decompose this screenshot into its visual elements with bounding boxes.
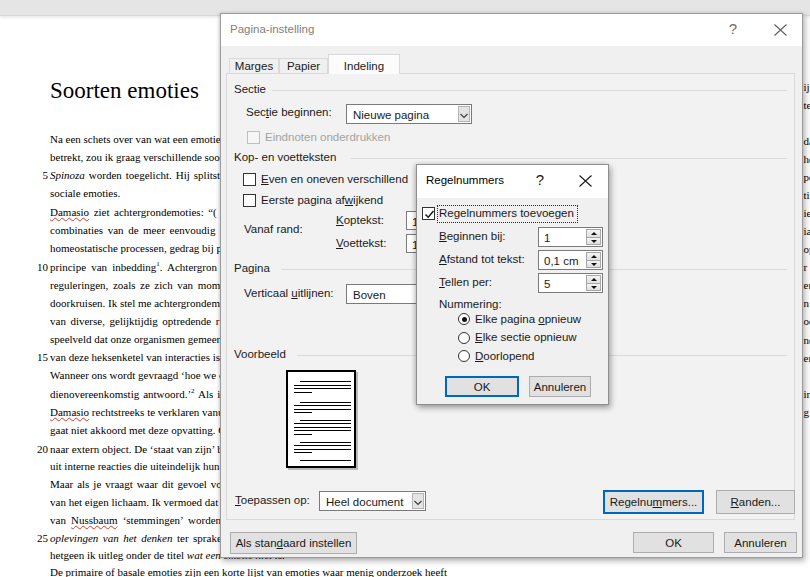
spellcheck-flagged-word: Damasio — [50, 206, 89, 218]
preview-text-line — [300, 420, 351, 421]
document-text-line: gaat niet akkoord met deze opvatting. O — [50, 425, 226, 436]
spin-down-button[interactable] — [586, 260, 601, 269]
ok-button[interactable]: OK — [445, 376, 519, 397]
section-start-combobox[interactable]: Nieuwe pagina — [346, 104, 472, 124]
line-number: 20 — [18, 444, 48, 455]
apply-to-value: Heel document — [326, 496, 403, 508]
borders-button[interactable]: Randen... — [716, 490, 795, 514]
button-label: OK — [634, 537, 713, 549]
up-arrow-icon — [591, 232, 597, 235]
second-page-text-fragment: g — [804, 407, 810, 418]
mnemonic-underline: K — [336, 214, 344, 226]
add-line-numbers-label[interactable]: Regelnummers toevoegen — [439, 208, 574, 219]
button-label: Als standaard instellen — [231, 537, 356, 549]
line-number: 10 — [18, 262, 48, 273]
cancel-button[interactable]: Annuleren — [724, 532, 797, 553]
mnemonic-underline: T — [235, 494, 241, 506]
field-spinbox[interactable]: 0,1 cm — [538, 250, 603, 270]
document-text-line: combinaties van de meer eenvoudig — [50, 225, 215, 236]
suppress-endnotes-checkbox[interactable] — [247, 131, 260, 144]
field-value: 0,1 cm — [544, 255, 579, 267]
section-start-value: Nieuwe pagina — [353, 109, 429, 121]
text-segment: combinaties van de meer eenvoudig — [50, 224, 215, 236]
first-page-label: Eerste pagina afwijkend — [261, 195, 383, 206]
field-value: 1 — [544, 232, 550, 244]
mnemonic-underline: T — [439, 276, 445, 288]
numbering-radio-label[interactable]: Elke sectie opnieuw — [475, 332, 577, 343]
text-segment: De primaire of basale emoties zijn een k… — [50, 566, 447, 577]
spin-down-button[interactable] — [586, 237, 601, 246]
text-segment: uit interne reacties die uiteindelijk hu… — [50, 460, 220, 472]
document-text-line: speelveld dat onze organismen gemeen — [50, 334, 222, 345]
close-icon[interactable] — [765, 14, 795, 46]
first-page-checkbox[interactable] — [243, 194, 256, 207]
second-page-text-fragment: er — [804, 280, 810, 291]
numbering-radio-label[interactable]: Doorlopend — [475, 351, 534, 362]
line-numbers-button[interactable]: Regelnummers... — [603, 490, 704, 514]
numbering-radio-label[interactable]: Elke pagina opnieuw — [475, 314, 581, 325]
preview-text-line — [300, 460, 351, 461]
document-text-line: oplevingen van het denken ter sprake g — [50, 533, 232, 544]
mnemonic-underline: R — [731, 496, 739, 508]
document-text-line: Damasio rechtstreeks te verklaren vanui — [50, 407, 227, 418]
document-text-line: principe van inbedding1. Achtergron — [50, 262, 217, 273]
apply-to-combobox[interactable]: Heel document — [319, 491, 426, 511]
document-text-line: van Nussbaum ‘stemmingen’ worden — [50, 515, 221, 526]
tab-marges[interactable]: Marges — [229, 58, 279, 73]
field-spinbox[interactable]: 5 — [538, 273, 603, 293]
mnemonic-underline: u — [291, 287, 297, 299]
text-segment: sociale emoties. — [50, 187, 120, 199]
spin-buttons — [586, 252, 601, 268]
set-default-button[interactable]: Als standaard instellen — [230, 532, 357, 554]
down-arrow-icon — [591, 240, 597, 243]
odd-even-checkbox[interactable] — [243, 173, 256, 186]
mnemonic-underline: o — [538, 313, 544, 325]
text-segment: homeostatische processen, gedrag bij p — [50, 242, 222, 254]
numbering-radio[interactable] — [458, 350, 470, 362]
text-segment: Na een schets over van wat een emotie — [50, 133, 221, 145]
spin-down-button[interactable] — [586, 283, 601, 292]
up-arrow-icon — [591, 278, 597, 281]
line-numbers-title: Regelnummers — [426, 174, 504, 186]
document-text-line: Damasio ziet achtergrondemoties: “( — [50, 207, 217, 218]
text-segment: ‘stemmingen’ worden — [118, 514, 222, 526]
help-icon[interactable]: ? — [718, 14, 748, 46]
second-page-text-fragment: in — [804, 389, 810, 400]
text-segment: oplevingen van het denken — [50, 532, 172, 544]
button-label: Annuleren — [530, 381, 590, 393]
preview-text-line — [294, 427, 351, 428]
text-segment: hetgeen ik uitleg onder de titel — [50, 549, 187, 561]
chevron-down-icon[interactable] — [458, 106, 470, 122]
section-group-line — [272, 90, 787, 91]
chevron-down-icon[interactable] — [412, 493, 424, 509]
mnemonic-underline: t — [266, 106, 269, 118]
preview-text-line — [300, 381, 351, 382]
numbering-radio[interactable] — [458, 313, 470, 325]
radio-dot-icon — [462, 317, 467, 322]
cancel-button[interactable]: Annuleren — [529, 376, 591, 397]
tab-indeling[interactable]: Indeling — [328, 54, 400, 74]
preview-text-line — [294, 405, 351, 406]
close-icon[interactable] — [570, 165, 600, 197]
preview-text-line — [294, 449, 351, 450]
second-page-text-fragment: oe — [804, 316, 810, 327]
preview-text-line — [294, 392, 312, 393]
text-segment: principe van inbedding — [50, 261, 156, 273]
from-edge-label: Vanaf rand: — [244, 224, 303, 235]
second-page-text-fragment: er — [804, 353, 810, 364]
document-text-line: dienovereenkomstig antwoord.’2 Als i — [50, 389, 220, 400]
preview-text-line — [294, 385, 351, 386]
header-footer-group-label: Kop- en voetteksten — [234, 152, 336, 163]
help-icon[interactable]: ? — [525, 165, 555, 197]
text-segment: rechtstreeks te verklaren vanui — [89, 406, 226, 418]
field-spinbox[interactable]: 1 — [538, 227, 603, 247]
mnemonic-underline: w — [345, 194, 353, 206]
second-page-text-fragment: pe — [804, 172, 810, 183]
tab-papier[interactable]: Papier — [279, 58, 328, 73]
text-segment: Als i — [195, 388, 221, 400]
ok-button[interactable]: OK — [633, 532, 714, 553]
add-line-numbers-checkbox[interactable] — [422, 207, 435, 220]
numbering-radio[interactable] — [458, 332, 470, 344]
text-segment: . Achtergron — [160, 261, 217, 273]
line-number: 15 — [18, 352, 48, 363]
